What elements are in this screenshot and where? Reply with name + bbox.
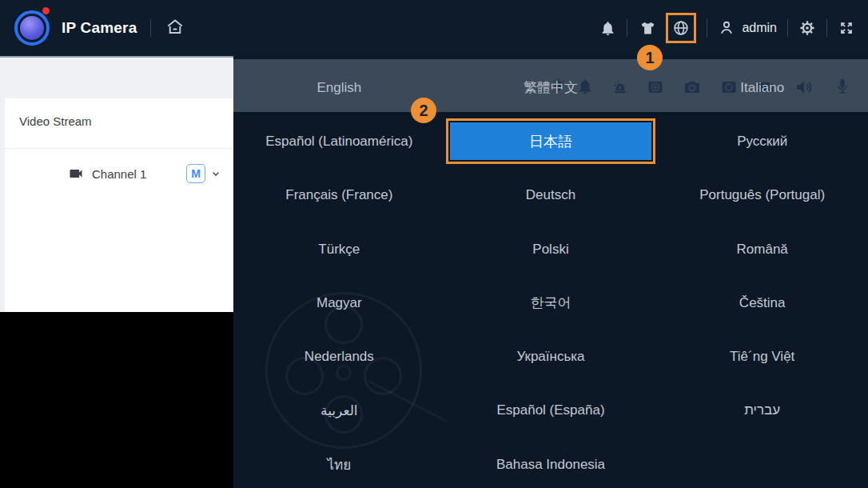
language-row: NederlandsУкраїнськаTiê´ng Việt (233, 330, 868, 383)
header-divider (150, 19, 151, 37)
language-row: English繁體中文Italiano (233, 61, 868, 114)
shirt-icon[interactable] (639, 20, 656, 37)
channel-list-item[interactable]: Channel 1 M (5, 156, 233, 191)
stream-quality-badge[interactable]: M (186, 164, 205, 183)
language-cell: 繁體中文 (445, 61, 657, 114)
language-option[interactable]: Magyar (317, 295, 362, 311)
language-cell: Deutsch (445, 169, 657, 222)
language-cell: Nederlands (233, 330, 445, 383)
language-option[interactable]: Italiano (740, 80, 784, 96)
language-cell-empty (656, 438, 868, 488)
language-cell: Română (656, 222, 868, 276)
language-cell: ไทย (233, 438, 445, 488)
language-option[interactable]: English (317, 80, 361, 96)
header-divider (627, 19, 627, 37)
language-row: العربيةEspañol (España)עברית (233, 384, 868, 438)
camera-logo-icon (14, 10, 50, 46)
language-cell: العربية (233, 384, 445, 438)
language-option[interactable]: Français (France) (285, 187, 392, 203)
camera-lens (20, 16, 44, 40)
chevron-down-icon[interactable] (209, 167, 222, 180)
app-title: IP Camera (62, 19, 137, 37)
fullscreen-icon[interactable] (838, 19, 855, 37)
app-window: IP Camera (0, 0, 868, 488)
language-row: Magyar한국어Čeština (233, 276, 868, 330)
language-row: TürkçePolskiRomână (233, 222, 868, 276)
settings-gear-icon[interactable] (798, 19, 816, 37)
language-option[interactable]: Українська (516, 349, 584, 365)
language-row: Español (Latinoamérica)日本語Русский (233, 114, 868, 168)
language-cell: Русский (656, 114, 868, 168)
language-globe-button[interactable] (666, 13, 696, 43)
language-option[interactable]: Español (Latinoamérica) (265, 134, 412, 150)
language-option[interactable]: 한국어 (531, 294, 571, 312)
language-cell: Українська (445, 330, 657, 383)
language-option-selected[interactable]: 日本語 (450, 122, 652, 160)
notification-bell-icon[interactable] (599, 20, 616, 37)
annotation-step-1-badge: 1 (637, 45, 663, 70)
language-cell: Bahasa Indonesia (445, 438, 657, 488)
language-cell: Français (France) (233, 169, 445, 222)
language-row: Français (France)DeutschPortuguês (Portu… (233, 169, 868, 222)
username-label[interactable]: admin (742, 21, 777, 35)
language-cell: Español (España) (445, 384, 657, 438)
language-row: ไทยBahasa Indonesia (233, 438, 868, 488)
language-option[interactable]: 繁體中文 (524, 78, 578, 97)
language-option[interactable]: Deutsch (526, 187, 575, 203)
language-dropdown-overlay: English繁體中文ItalianoEspañol (Latinoaméric… (233, 56, 868, 488)
home-icon[interactable] (165, 18, 185, 38)
camcorder-icon (68, 166, 84, 182)
annotation-step-2-badge: 2 (411, 98, 436, 123)
header-actions: admin (599, 13, 855, 43)
language-cell: עברית (656, 384, 868, 438)
language-option[interactable]: Bahasa Indonesia (496, 457, 605, 473)
language-cell: 한국어 (445, 276, 657, 330)
language-cell: Türkçe (233, 222, 445, 276)
language-option[interactable]: العربية (321, 402, 357, 419)
video-stream-panel: Video Stream Channel 1 M (5, 98, 233, 312)
language-cell: Italiano (656, 61, 868, 114)
channel-label: Channel 1 (92, 167, 146, 181)
language-cell: Čeština (656, 276, 868, 330)
header-divider (707, 19, 707, 37)
language-option[interactable]: Português (Portugal) (699, 187, 825, 203)
sidebar-top-shadow (0, 56, 233, 58)
language-option[interactable]: Español (España) (496, 402, 604, 418)
header-divider (826, 19, 827, 37)
video-area-background (0, 312, 233, 488)
language-option[interactable]: עברית (744, 402, 780, 418)
language-option[interactable]: Română (737, 242, 788, 258)
language-option[interactable]: Türkçe (318, 242, 360, 258)
language-option[interactable]: Русский (737, 134, 787, 150)
panel-divider (5, 148, 233, 149)
panel-title: Video Stream (19, 114, 92, 128)
header-divider (787, 19, 788, 37)
language-option[interactable]: Čeština (739, 295, 786, 311)
language-cell: Polski (445, 222, 657, 276)
record-indicator-dot (42, 7, 50, 14)
language-option[interactable]: Tiê´ng Việt (730, 349, 794, 365)
language-option[interactable]: ไทย (327, 454, 351, 475)
language-cell: 日本語 (445, 114, 657, 168)
language-option[interactable]: Polski (532, 242, 568, 258)
language-cell: Tiê´ng Việt (656, 330, 868, 383)
language-cell: Español (Latinoamérica) (233, 114, 445, 168)
language-grid: English繁體中文ItalianoEspañol (Latinoaméric… (233, 61, 868, 488)
language-cell: Português (Portugal) (656, 169, 868, 222)
language-option[interactable]: Nederlands (305, 349, 374, 365)
user-icon[interactable] (718, 19, 735, 37)
language-cell: Magyar (233, 276, 445, 330)
top-header-bar: IP Camera (0, 0, 868, 56)
